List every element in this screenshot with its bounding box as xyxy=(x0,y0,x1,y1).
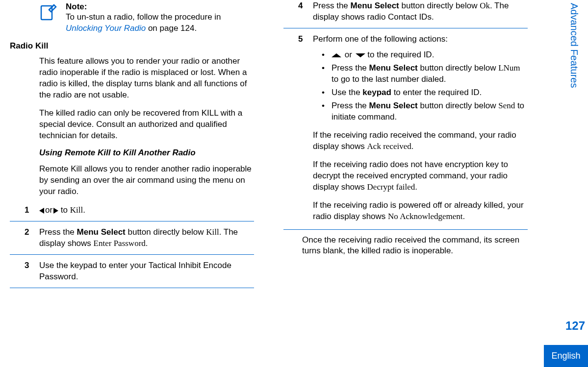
step-5-num: 5 xyxy=(298,33,303,45)
step-4-num: 4 xyxy=(298,0,303,11)
s1-end: . xyxy=(83,205,85,215)
s3-text: Use the keypad to enter your Tactical In… xyxy=(39,261,231,281)
page-number: 127 xyxy=(565,319,585,333)
step-2-num: 2 xyxy=(25,226,29,238)
step-1: 1 or to Kill. xyxy=(10,204,254,221)
r1a: If the receiving radio received the comm… xyxy=(313,130,516,151)
s1-kill: Kill xyxy=(70,205,83,215)
bullet-3: Use the keypad to enter the required ID. xyxy=(322,87,528,98)
b4c: button directly below xyxy=(418,101,498,110)
arrow-left-icon xyxy=(39,208,44,214)
note-line1: To un-stun a radio, follow the procedure… xyxy=(66,12,221,22)
radio-kill-p1: This feature allows you to render your r… xyxy=(10,56,254,101)
arrow-right-icon xyxy=(53,208,58,214)
arrow-down-icon xyxy=(356,53,365,57)
note-link[interactable]: Unlocking Your Radio xyxy=(66,24,146,33)
s4b: Menu Select xyxy=(351,1,399,10)
b4b: Menu Select xyxy=(369,101,418,110)
result-3: If the receiving radio is powered off or… xyxy=(313,200,528,222)
r1b: Ack received xyxy=(367,142,411,151)
bullet-4: Press the Menu Select button directly be… xyxy=(322,100,528,123)
result-1: If the receiving radio received the comm… xyxy=(313,130,528,152)
step-5: 5 Perform one of the following actions: … xyxy=(283,33,528,230)
b3b: keypad xyxy=(362,88,391,97)
b4d: Send xyxy=(498,101,515,110)
s4c: button directly below xyxy=(399,1,480,10)
b2b: Menu Select xyxy=(369,63,418,73)
s1-to: to xyxy=(61,205,70,215)
r2b: Decrypt failed xyxy=(367,182,415,192)
b3a: Use the xyxy=(332,88,362,97)
tab-text: Advanced Features xyxy=(568,0,585,88)
note-block: Note: To un-stun a radio, follow the pro… xyxy=(10,2,254,34)
b2d: LNum xyxy=(498,63,520,73)
step-3: 3 Use the keypad to enter your Tactical … xyxy=(10,260,254,288)
step-5-bullets: or to the required ID. Press the Menu Se… xyxy=(313,49,528,123)
b3c: to enter the required ID. xyxy=(391,88,482,97)
remote-kill-intro: Remote Kill allows you to render another… xyxy=(10,164,254,197)
radio-kill-p2: The killed radio can only be recovered f… xyxy=(10,108,254,142)
r3b: No Acknowledgement xyxy=(388,212,463,221)
b2a: Press the xyxy=(332,63,369,73)
closing-para: Once the receiving radio received the co… xyxy=(283,235,528,257)
note-line2: on page 124. xyxy=(146,24,197,33)
r3c: . xyxy=(463,212,465,221)
note-body: To un-stun a radio, follow the procedure… xyxy=(66,12,254,34)
result-2: If the receiving radio does not have enc… xyxy=(313,159,528,193)
note-icon xyxy=(39,2,59,22)
step-3-num: 3 xyxy=(25,260,29,271)
step-2: 2 Press the Menu Select button directly … xyxy=(10,226,254,255)
r2c: . xyxy=(415,182,417,192)
s2a: Press the xyxy=(39,227,77,237)
s1-or: or xyxy=(45,205,52,215)
b1b: to the required ID. xyxy=(365,50,435,59)
b4a: Press the xyxy=(332,101,369,110)
step-4: 4 Press the Menu Select button directly … xyxy=(283,0,528,28)
remote-kill-heading: Using Remote Kill to Kill Another Radio xyxy=(39,148,254,158)
s2b: Menu Select xyxy=(77,227,126,237)
language-box: English xyxy=(544,345,588,367)
bullet-1: or to the required ID. xyxy=(322,49,528,61)
radio-kill-heading: Radio Kill xyxy=(10,41,254,51)
b2c: button directly below xyxy=(418,63,498,73)
side-tab: Advanced Features 127 English xyxy=(568,0,588,367)
s2g: . xyxy=(146,239,148,248)
s2c: button directly below xyxy=(126,227,206,237)
s4a: Press the xyxy=(313,1,351,10)
s5-intro: Perform one of the following actions: xyxy=(313,34,448,44)
s2d: Kill xyxy=(206,227,219,237)
bullet-2: Press the Menu Select button directly be… xyxy=(322,63,528,85)
b1a: or xyxy=(342,50,355,59)
s4d: Ok xyxy=(480,1,490,10)
b2e: to go to the last number dialed. xyxy=(332,74,446,84)
step-1-num: 1 xyxy=(25,204,29,216)
arrow-up-icon xyxy=(332,53,341,57)
note-title: Note: xyxy=(66,2,254,12)
r1c: . xyxy=(411,142,414,151)
s2f: Enter Password xyxy=(94,239,146,248)
